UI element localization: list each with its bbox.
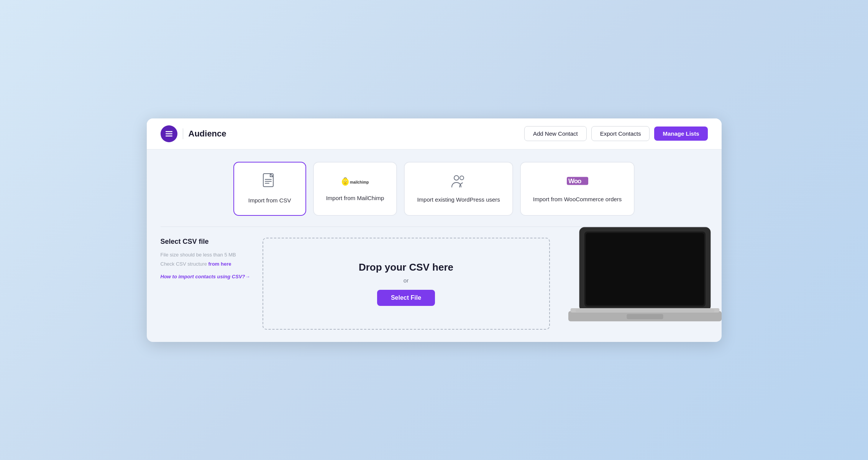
header-actions: Add New Contact Export Contacts Manage L…	[524, 126, 707, 141]
import-wordpress-card[interactable]: Import existing WordPress users	[404, 162, 513, 216]
page-title: Audience	[189, 129, 226, 139]
svg-point-14	[454, 176, 459, 180]
csv-info-title: Select CSV file	[161, 238, 250, 246]
logo-icon	[161, 125, 177, 142]
drop-zone[interactable]: Drop your CSV here or Select File	[263, 238, 550, 330]
import-csv-card[interactable]: Import from CSV	[233, 162, 306, 216]
import-cards: Import from CSV	[161, 162, 708, 216]
how-to-import-link[interactable]: How to import contacts using CSV?→	[161, 274, 250, 279]
main-content: Import from CSV	[147, 150, 722, 342]
mailchimp-icon: mailchimp	[340, 176, 371, 189]
svg-text:mailchimp: mailchimp	[350, 180, 369, 184]
svg-rect-1	[166, 133, 172, 134]
app-container: Audience Add New Contact Export Contacts…	[147, 118, 722, 342]
svg-rect-24	[576, 309, 714, 312]
svg-point-10	[344, 181, 345, 182]
from-here-link[interactable]: from here	[208, 261, 231, 267]
laptop-image	[568, 223, 722, 342]
header: Audience Add New Contact Export Contacts…	[147, 118, 722, 150]
svg-point-15	[460, 176, 464, 180]
how-to-import: How to import contacts using CSV?→	[161, 274, 250, 279]
svg-point-7	[342, 178, 349, 186]
laptop-illustration	[562, 238, 708, 330]
import-csv-label: Import from CSV	[248, 196, 291, 204]
drop-zone-or: or	[404, 277, 409, 284]
check-structure-text: Check CSV structure from here	[161, 260, 250, 268]
csv-file-icon	[263, 173, 277, 192]
svg-rect-20	[586, 233, 704, 306]
file-size-note: File size should be less than 5 MB	[161, 251, 250, 259]
import-mailchimp-card[interactable]: mailchimp Import from MailChimp	[313, 162, 397, 216]
manage-lists-button[interactable]: Manage Lists	[654, 127, 707, 141]
select-file-button[interactable]: Select File	[377, 290, 435, 306]
add-new-contact-button[interactable]: Add New Contact	[524, 126, 587, 141]
svg-point-11	[346, 181, 347, 182]
svg-rect-23	[627, 314, 663, 319]
import-woocommerce-label: Import from WooCommerce orders	[533, 195, 622, 203]
svg-rect-2	[166, 135, 172, 136]
svg-rect-0	[166, 131, 172, 132]
woocommerce-icon: Woo	[566, 174, 589, 191]
drop-zone-text: Drop your CSV here	[359, 261, 453, 273]
header-left: Audience	[161, 125, 226, 142]
import-wordpress-label: Import existing WordPress users	[417, 196, 500, 204]
svg-point-12	[345, 182, 346, 183]
import-mailchimp-label: Import from MailChimp	[326, 194, 384, 202]
header-divider	[183, 128, 183, 139]
wordpress-users-icon	[451, 174, 466, 191]
export-contacts-button[interactable]: Export Contacts	[591, 126, 650, 141]
import-woocommerce-card[interactable]: Woo Import from WooCommerce orders	[520, 162, 635, 216]
svg-text:Woo: Woo	[568, 177, 581, 185]
csv-info: Select CSV file File size should be less…	[161, 238, 250, 280]
bottom-section: Select CSV file File size should be less…	[161, 238, 708, 330]
